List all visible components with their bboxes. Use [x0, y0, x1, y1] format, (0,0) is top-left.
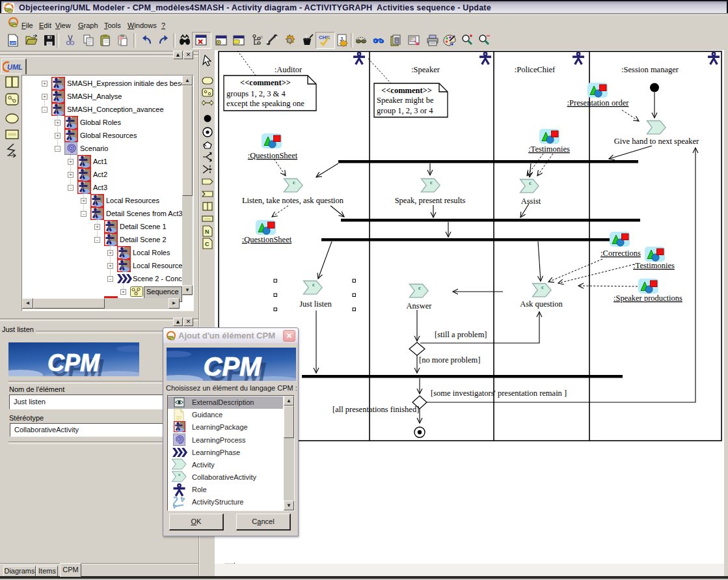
svg-text::QuestionSheet: :QuestionSheet: [248, 151, 298, 160]
svg-text::Corrections: :Corrections: [600, 249, 641, 258]
svg-text:except the speaking one: except the speaking one: [226, 99, 304, 108]
svg-text::Testimonies: :Testimonies: [528, 145, 570, 154]
svg-text:c: c: [178, 472, 181, 476]
svg-text:Ask question: Ask question: [520, 299, 563, 309]
svg-text::Session manager: :Session manager: [621, 65, 679, 74]
svg-text:[all presentations finished]: [all presentations finished]: [332, 405, 419, 414]
svg-text:Listen, take notes, ask questi: Listen, take notes, ask question: [242, 196, 344, 205]
svg-text:Assist: Assist: [521, 197, 541, 206]
svg-text::PoliceChief: :PoliceChief: [515, 65, 556, 74]
svg-text:N: N: [205, 228, 209, 235]
svg-text:Speak, present results: Speak, present results: [395, 196, 466, 205]
svg-text:CPM: CPM: [204, 352, 263, 381]
svg-text:c: c: [312, 281, 315, 288]
svg-text::Speaker: :Speaker: [411, 65, 440, 74]
svg-text::Presentation order: :Presentation order: [567, 98, 630, 107]
svg-text:Answer: Answer: [407, 301, 433, 311]
svg-text:c: c: [293, 179, 295, 186]
svg-text::Speaker productions: :Speaker productions: [613, 294, 682, 303]
svg-text:uml: uml: [10, 41, 16, 45]
svg-text:groups 1, 2, 3 & 4: groups 1, 2, 3 & 4: [226, 89, 286, 98]
svg-text:<<comment>>: <<comment>>: [381, 86, 432, 95]
svg-text:Give hand to next speaker: Give hand to next speaker: [614, 137, 699, 146]
svg-text::QuestionSheet: :QuestionSheet: [242, 235, 292, 244]
svg-text:[some investigators' presentat: [some investigators' presentation remain…: [431, 389, 567, 398]
svg-text:[still a problem]: [still a problem]: [435, 330, 487, 339]
svg-text:CPM: CPM: [47, 350, 100, 376]
svg-text:c: c: [418, 284, 421, 291]
svg-text:UML: UML: [7, 63, 23, 71]
svg-text::Testimonies: :Testimonies: [633, 261, 675, 270]
svg-text:[no more problem]: [no more problem]: [419, 355, 480, 365]
svg-text::Auditor: :Auditor: [275, 65, 303, 74]
svg-text:Speaker might be: Speaker might be: [377, 96, 434, 105]
svg-text:group 1, 2, 3 or 4: group 1, 2, 3 or 4: [377, 106, 433, 115]
svg-text:c: c: [430, 179, 433, 186]
svg-text:<<comment>>: <<comment>>: [240, 78, 291, 87]
svg-text:c: c: [529, 180, 532, 186]
svg-text:C: C: [205, 241, 209, 247]
svg-text:c: c: [541, 284, 544, 290]
svg-text:Just listen: Just listen: [299, 299, 332, 309]
